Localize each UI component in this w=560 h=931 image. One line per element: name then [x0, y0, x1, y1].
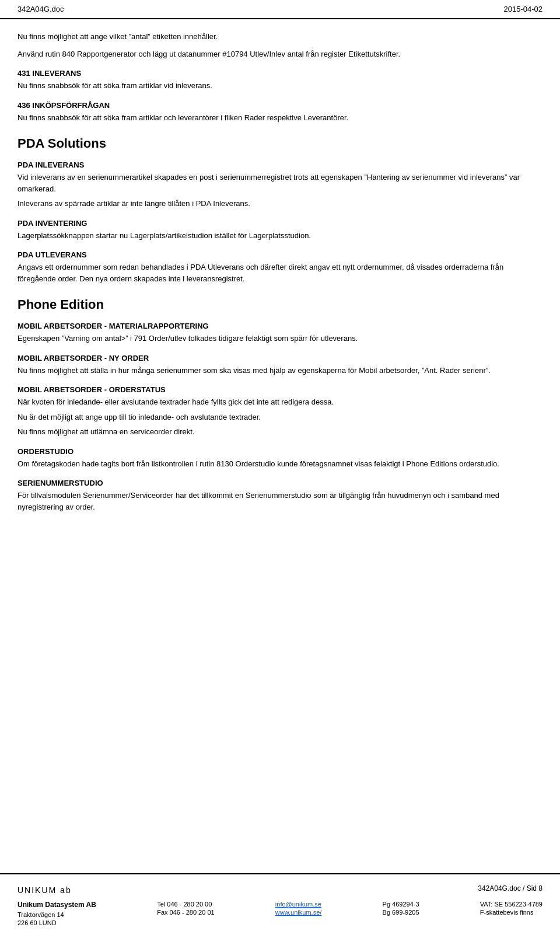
mobil-nyorder-body: Nu finns möjlighet att ställa in hur mån…	[18, 365, 542, 376]
footer-web-col: info@unikum.se www.unikum.se/	[275, 901, 321, 926]
section-436-body: Nu finns snabbsök för att söka fram arti…	[18, 112, 542, 124]
pda-utleverans-body: Angavs ett ordernummer som redan behandl…	[18, 261, 542, 284]
pda-inleverans-body1: Vid inleverans av en serienummerartikel …	[18, 172, 542, 194]
pda-inleverans-heading: PDA INLEVERANS	[18, 161, 542, 169]
intro-para-1: Nu finns möjlighet att ange vilket ”anta…	[18, 31, 542, 43]
mobil-nyorder-section: MOBIL ARBETSORDER - NY ORDER Nu finns mö…	[18, 354, 542, 376]
phone-heading: Phone Edition	[18, 297, 542, 312]
mobil-orderstatus-section: MOBIL ARBETSORDER - ORDERSTATUS När kvot…	[18, 385, 542, 438]
section-431-body: Nu finns snabbsök för att söka fram arti…	[18, 80, 542, 92]
header-date: 2015-04-02	[504, 5, 543, 13]
footer-tel: Tel 046 - 280 20 00	[157, 901, 214, 908]
footer-logo: UNIKUM ab	[18, 879, 72, 897]
pda-utleverans-section: PDA UTLEVERANS Angavs ett ordernummer so…	[18, 250, 542, 284]
page-footer: UNIKUM ab 342A04G.doc / Sid 8 Unikum Dat…	[0, 873, 560, 931]
footer-doc-info: 342A04G.doc / Sid 8	[478, 884, 542, 892]
pda-inleverans-body2: Inleverans av spärrade artiklar är inte …	[18, 198, 542, 210]
mobil-material-heading: MOBIL ARBETSORDER - MATERIALRAPPORTERING	[18, 322, 542, 330]
section-431-heading: 431 INLEVERANS	[18, 69, 542, 78]
pda-utleverans-heading: PDA UTLEVERANS	[18, 250, 542, 259]
footer-fax: Fax 046 - 280 20 01	[157, 909, 214, 916]
footer-logo-suffix: ab	[57, 885, 71, 895]
footer-logo-text: UNIKUM	[18, 885, 57, 895]
section-436-heading: 436 INKÖPSFÖRFRÅGAN	[18, 101, 542, 110]
mobil-nyorder-heading: MOBIL ARBETSORDER - NY ORDER	[18, 354, 542, 362]
pda-inventering-body: Lagerplatssökknappen startar nu Lagerpla…	[18, 230, 542, 242]
footer-pg: Pg 469294-3	[383, 901, 419, 908]
page: 342A04G.doc 2015-04-02 Nu finns möjlighe…	[0, 0, 560, 931]
footer-address-line1: Traktorvägen 14	[18, 911, 96, 918]
serienummerstudio-section: SERIENUMMERSTUDIO För tillvalsmodulen Se…	[18, 479, 542, 512]
footer-company-col: Unikum Datasystem AB Traktorvägen 14 226…	[18, 901, 96, 926]
pda-inventering-heading: PDA INVENTERING	[18, 219, 542, 228]
pda-inventering-section: PDA INVENTERING Lagerplatssökknappen sta…	[18, 219, 542, 242]
footer-vat-col: VAT: SE 556223-4789 F-skattebevis finns	[480, 901, 542, 926]
orderstudio-heading: ORDERSTUDIO	[18, 447, 542, 456]
footer-company-name: Unikum Datasystem AB	[18, 901, 96, 909]
footer-website[interactable]: www.unikum.se/	[275, 909, 321, 916]
header-filename: 342A04G.doc	[18, 5, 64, 13]
footer-tel-col: Tel 046 - 280 20 00 Fax 046 - 280 20 01	[157, 901, 214, 926]
footer-address-line2: 226 60 LUND	[18, 919, 96, 926]
section-436: 436 INKÖPSFÖRFRÅGAN Nu finns snabbsök fö…	[18, 101, 542, 124]
footer-vat: VAT: SE 556223-4789	[480, 901, 542, 908]
footer-bg: Bg 699-9205	[383, 909, 419, 916]
footer-logo-row: UNIKUM ab 342A04G.doc / Sid 8	[18, 879, 542, 897]
mobil-material-body: Egenskapen ”Varning om antal>” i 791 Ord…	[18, 333, 542, 344]
mobil-orderstatus-body3: Nu finns möjlighet att utlämna en servic…	[18, 426, 542, 438]
intro-para-2: Använd rutin 840 Rapportgenerator och lä…	[18, 48, 542, 60]
footer-bank-col: Pg 469294-3 Bg 699-9205	[383, 901, 419, 926]
pda-heading: PDA Solutions	[18, 136, 542, 151]
orderstudio-section: ORDERSTUDIO Om företagskoden hade tagits…	[18, 447, 542, 470]
footer-email[interactable]: info@unikum.se	[275, 901, 321, 908]
orderstudio-body: Om företagskoden hade tagits bort från l…	[18, 458, 542, 470]
pda-inleverans-section: PDA INLEVERANS Vid inleverans av en seri…	[18, 161, 542, 210]
serienummerstudio-body: För tillvalsmodulen Serienummer/Serviceo…	[18, 490, 542, 512]
mobil-material-section: MOBIL ARBETSORDER - MATERIALRAPPORTERING…	[18, 322, 542, 344]
serienummerstudio-heading: SERIENUMMERSTUDIO	[18, 479, 542, 487]
footer-fskatt: F-skattebevis finns	[480, 909, 542, 916]
mobil-orderstatus-body1: När kvoten för inledande- eller avslutan…	[18, 396, 542, 408]
footer-contact-row: Unikum Datasystem AB Traktorvägen 14 226…	[18, 901, 542, 931]
section-431: 431 INLEVERANS Nu finns snabbsök för att…	[18, 69, 542, 92]
mobil-orderstatus-heading: MOBIL ARBETSORDER - ORDERSTATUS	[18, 385, 542, 394]
page-header: 342A04G.doc 2015-04-02	[0, 0, 560, 19]
main-content: Nu finns möjlighet att ange vilket ”anta…	[0, 19, 560, 873]
mobil-orderstatus-body2: Nu är det möjligt att ange upp till tio …	[18, 412, 542, 423]
